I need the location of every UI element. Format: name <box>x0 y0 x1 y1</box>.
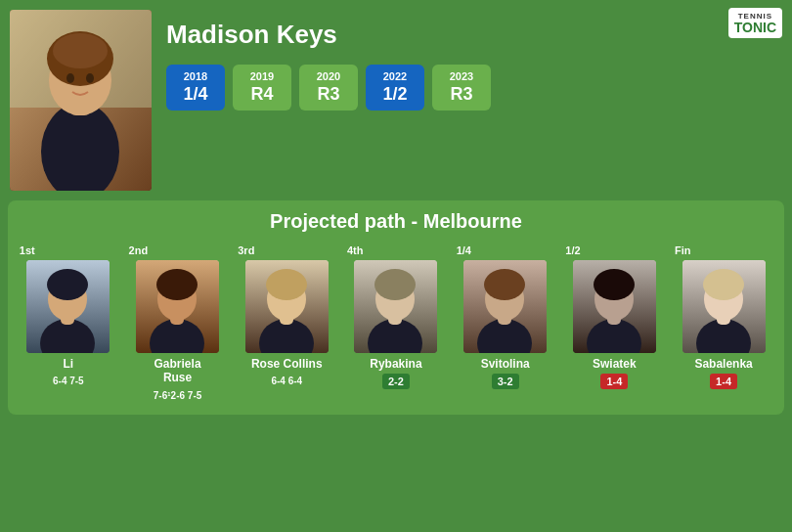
projected-player-card: 2ndGabriela Ruse7-6¹2-6 7-5 <box>129 244 227 403</box>
round-stage-label: 1/4 <box>457 244 471 256</box>
projected-player-card: 4thRybakina2-2 <box>347 244 445 389</box>
svg-point-28 <box>374 269 416 300</box>
projected-player-card: 1/4Svitolina3-2 <box>457 244 554 389</box>
year-card: 2020R3 <box>299 65 358 111</box>
year-card: 20181/4 <box>166 65 225 111</box>
player-thumbnail <box>245 260 329 353</box>
projected-title: Projected path - Melbourne <box>16 210 776 233</box>
header: Madison Keys 20181/42019R42020R320221/22… <box>0 0 792 191</box>
score-badge: 6-4 6-4 <box>265 374 308 388</box>
svg-point-13 <box>47 269 88 300</box>
svg-point-6 <box>53 33 108 68</box>
player-thumbnail <box>682 260 766 353</box>
projected-player-card: 3rdRose Collins6-4 6-4 <box>238 244 335 388</box>
score-badge: 7-6¹2-6 7-5 <box>148 388 207 403</box>
round-stage-label: 1/2 <box>565 244 580 256</box>
projected-player-name: Rybakina <box>370 357 421 371</box>
svg-point-8 <box>86 73 94 83</box>
year-card: 20221/2 <box>366 65 424 111</box>
score-badge: 1-4 <box>600 374 628 389</box>
tennis-tonic-logo: TENNIS TONIC <box>728 8 782 38</box>
svg-point-43 <box>703 269 744 300</box>
projected-player-name: Rose Collins <box>251 357 323 371</box>
player-photo <box>10 10 152 191</box>
projected-player-name: Gabriela Ruse <box>154 357 201 385</box>
players-row: 1stLi6-4 7-52ndGabriela Ruse7-6¹2-6 7-53… <box>16 244 776 403</box>
projected-player-name: Svitolina <box>481 357 530 371</box>
year-label: 2018 <box>180 70 211 82</box>
year-cards: 20181/42019R42020R320221/22023R3 <box>166 65 768 111</box>
round-stage-label: 1st <box>20 244 35 256</box>
main-container: Madison Keys 20181/42019R42020R320221/22… <box>0 0 792 532</box>
svg-point-18 <box>156 269 198 300</box>
player-thumbnail <box>354 260 437 353</box>
projected-player-name: Li <box>64 357 74 371</box>
svg-point-23 <box>266 269 307 300</box>
round-label: 1/2 <box>379 84 411 105</box>
svg-point-38 <box>594 269 635 300</box>
year-label: 2020 <box>313 70 344 82</box>
score-badge: 1-4 <box>710 374 737 389</box>
logo-tonic-text: TONIC <box>734 21 776 34</box>
svg-point-33 <box>484 269 525 300</box>
round-stage-label: Fin <box>675 244 691 256</box>
projected-player-card: FinSabalenka1-4 <box>675 244 772 389</box>
year-label: 2023 <box>446 70 477 82</box>
player-thumbnail <box>26 260 110 353</box>
year-card: 2019R4 <box>233 65 291 111</box>
round-label: R4 <box>246 84 278 105</box>
player-thumbnail <box>573 260 656 353</box>
player-name: Madison Keys <box>166 20 768 50</box>
score-badge: 2-2 <box>382 374 410 389</box>
score-badge: 3-2 <box>492 374 519 389</box>
player-thumbnail <box>136 260 219 353</box>
projected-section: Projected path - Melbourne 1stLi6-4 7-52… <box>8 200 784 415</box>
round-stage-label: 4th <box>347 244 364 256</box>
player-thumbnail <box>463 260 547 353</box>
projected-player-card: 1/2Swiatek1-4 <box>565 244 663 389</box>
round-label: R3 <box>313 84 344 105</box>
round-label: R3 <box>446 84 477 105</box>
projected-player-card: 1stLi6-4 7-5 <box>20 244 117 388</box>
round-stage-label: 2nd <box>129 244 149 256</box>
year-card: 2023R3 <box>432 65 491 111</box>
round-label: 1/4 <box>180 84 211 105</box>
svg-point-7 <box>66 73 74 83</box>
projected-player-name: Sabalenka <box>694 357 752 371</box>
round-stage-label: 3rd <box>238 244 254 256</box>
score-badge: 6-4 7-5 <box>47 374 90 388</box>
title-area: Madison Keys 20181/42019R42020R320221/22… <box>152 10 782 120</box>
year-label: 2022 <box>379 70 411 82</box>
year-label: 2019 <box>246 70 278 82</box>
projected-player-name: Swiatek <box>593 357 637 371</box>
